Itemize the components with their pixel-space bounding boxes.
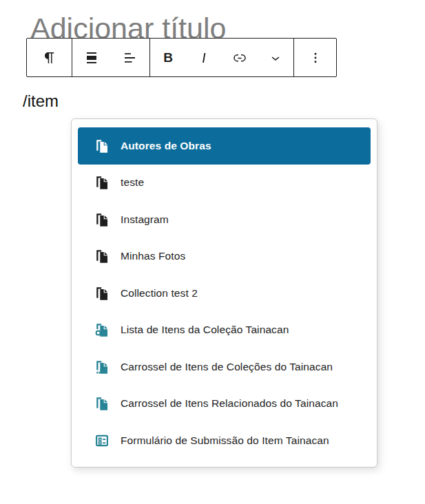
link-icon xyxy=(231,50,248,66)
autocomplete-item-label: Minhas Fotos xyxy=(121,250,185,262)
text-alignment-button[interactable] xyxy=(111,39,149,76)
link-button[interactable] xyxy=(222,39,258,76)
block-toolbar: B xyxy=(26,38,337,77)
toolbar-group-formatting: B xyxy=(150,39,294,76)
italic-icon xyxy=(196,50,212,66)
autocomplete-item-minhas-fotos[interactable]: Minhas Fotos xyxy=(78,238,371,275)
related-items-carousel-icon xyxy=(94,395,110,412)
autocomplete-item-carrossel-colecoes[interactable]: Carrossel de Itens de Coleções do Tainac… xyxy=(78,348,371,386)
collection-icon xyxy=(94,285,110,302)
autocomplete-item-label: Collection test 2 xyxy=(121,287,198,300)
autocomplete-item-lista-de-itens[interactable]: Lista de Itens da Coleção Tainacan xyxy=(78,312,371,349)
more-rich-text-tools-button[interactable] xyxy=(258,39,293,76)
autocomplete-item-carrossel-relacionados[interactable]: Carrossel de Itens Relacionados do Taina… xyxy=(78,386,371,423)
italic-button[interactable] xyxy=(186,39,222,76)
bold-button[interactable]: B xyxy=(150,39,186,76)
autocomplete-item-label: Formulário de Submissão do Item Tainacan xyxy=(121,434,329,447)
options-menu-button[interactable] xyxy=(294,39,336,76)
paragraph-block-text[interactable]: /item xyxy=(23,90,59,113)
block-editor-canvas: Adicionar título B xyxy=(0,0,425,504)
text-align-left-icon xyxy=(122,50,138,66)
toolbar-group-options xyxy=(294,39,336,76)
collection-icon xyxy=(94,211,110,228)
autocomplete-item-label: Carrossel de Itens de Coleções do Tainac… xyxy=(121,361,333,373)
collection-icon xyxy=(94,174,110,191)
paragraph-block-button[interactable] xyxy=(27,39,72,76)
block-alignment-button[interactable] xyxy=(72,39,111,76)
bold-icon: B xyxy=(163,50,173,65)
autocomplete-item-collection-test-2[interactable]: Collection test 2 xyxy=(78,275,371,312)
collection-icon xyxy=(94,248,110,264)
items-list-search-icon xyxy=(94,322,110,338)
autocomplete-item-label: teste xyxy=(121,176,144,189)
submission-form-icon xyxy=(94,432,110,449)
kebab-icon xyxy=(307,50,324,66)
autocomplete-item-formulario-submissao[interactable]: Formulário de Submissão do Item Tainacan xyxy=(78,422,371,459)
autocomplete-item-label: Autores de Obras xyxy=(121,140,211,152)
toolbar-group-alignment xyxy=(72,39,150,76)
autocomplete-item-label: Carrossel de Itens Relacionados do Taina… xyxy=(121,397,338,410)
paragraph-icon xyxy=(41,50,58,66)
block-autocomplete-popover: Autores de Obras teste Instagram Minhas … xyxy=(71,118,377,468)
autocomplete-item-label: Instagram xyxy=(121,213,169,226)
collection-icon xyxy=(94,138,110,154)
autocomplete-item-instagram[interactable]: Instagram xyxy=(78,201,371,238)
align-none-icon xyxy=(83,50,100,66)
autocomplete-item-teste[interactable]: teste xyxy=(78,165,371,202)
autocomplete-item-label: Lista de Itens da Coleção Tainacan xyxy=(121,324,289,336)
autocomplete-item-autores-de-obras[interactable]: Autores de Obras xyxy=(78,127,371,165)
collections-carousel-icon xyxy=(94,359,110,375)
chevron-down-icon xyxy=(267,50,284,66)
toolbar-group-block-type xyxy=(27,39,72,76)
